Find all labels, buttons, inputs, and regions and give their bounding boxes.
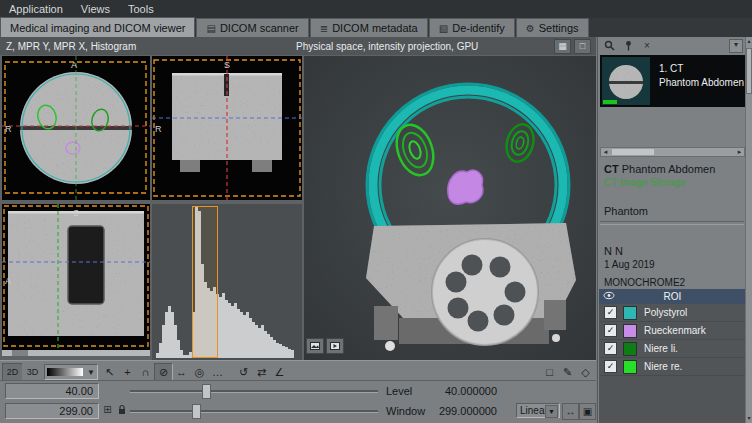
roi-label: Polystyrol — [644, 307, 687, 318]
series-description: Phantom Abdomen — [619, 163, 716, 175]
roi-color-swatch — [623, 360, 637, 374]
tab-label: DICOM metadata — [332, 22, 418, 34]
scroll-down-icon[interactable]: ▾ — [746, 414, 752, 423]
coronal-image: S R — [152, 56, 302, 200]
tab-de-identify[interactable]: ▧ De-identify — [429, 18, 515, 37]
level-slider[interactable] — [130, 384, 378, 398]
layout-description: Z, MPR Y, MPR X, Histogram — [6, 41, 136, 52]
lock-icon[interactable] — [115, 403, 128, 416]
roi-row[interactable]: Niere li. — [599, 340, 746, 358]
roi-header: ROI — [599, 289, 746, 304]
scroll-up-icon[interactable]: ▴ — [746, 37, 752, 46]
thumbnail-image — [602, 57, 650, 105]
view-axial[interactable]: A R — [2, 56, 150, 200]
add-tool[interactable]: + — [118, 363, 137, 381]
window-value-field[interactable]: 299.00 — [5, 403, 99, 419]
gear-icon: ⚙ — [526, 23, 535, 34]
scroll-left-icon[interactable]: ◂ — [601, 148, 610, 156]
roi-row[interactable]: Polystyrol — [599, 304, 746, 322]
zoom-tool[interactable]: ◎ — [190, 363, 209, 381]
tab-dicom-scanner[interactable]: ▤ DICOM scanner — [196, 18, 308, 37]
angle-tool[interactable]: ∠ — [270, 363, 289, 381]
pin-icon[interactable] — [621, 39, 635, 52]
film-icon — [330, 342, 340, 350]
level-value-field[interactable]: 40.00 — [5, 383, 99, 399]
tab-label: DICOM scanner — [220, 22, 299, 34]
dotted-line-tool[interactable]: … — [208, 363, 227, 381]
pen-tool[interactable]: ✎ — [558, 363, 577, 381]
menubar: Application Views Tools — [0, 0, 752, 18]
window-slider[interactable] — [130, 404, 378, 418]
horizontal-scrollbar[interactable]: ◂ ▸ — [600, 147, 745, 157]
tab-medical-imaging-viewer[interactable]: Medical imaging and DICOM viewer — [0, 17, 195, 37]
roi-color-swatch — [623, 342, 637, 356]
pointer-tool[interactable]: ↖ — [100, 363, 119, 381]
tab-dicom-metadata[interactable]: ≣ DICOM metadata — [310, 18, 428, 37]
view-coronal[interactable]: S R — [152, 56, 302, 200]
histogram-selection[interactable] — [192, 206, 218, 358]
crosshair-off-tool[interactable]: ⊘ — [154, 363, 173, 381]
render-description: Physical space, intensity projection, GP… — [296, 41, 478, 52]
view-histogram[interactable] — [152, 204, 302, 360]
close-icon[interactable]: × — [640, 39, 654, 52]
rect-select-tool[interactable]: □ — [540, 363, 559, 381]
viewer-area: A R S R — [0, 55, 596, 360]
function-dropdown[interactable]: Linear ▼ — [516, 403, 560, 418]
sop-class-label: CT Image Storage — [604, 177, 686, 188]
vertical-scrollbar[interactable]: ▴ ▾ — [745, 37, 752, 423]
roi-header-label: ROI — [664, 291, 682, 302]
panel-menu-button[interactable]: ▾ — [729, 39, 743, 53]
level-slider-groove — [130, 390, 378, 393]
view-3d[interactable] — [304, 56, 596, 360]
menu-tools[interactable]: Tools — [119, 1, 163, 17]
eye-icon — [603, 291, 615, 302]
lut-gradient — [47, 368, 83, 376]
roi-label: Niere re. — [644, 361, 682, 372]
scan-range-button[interactable]: ↔ — [562, 403, 579, 420]
bottom-toolbar: 2D 3D ▼ ↖ + ∩ ⊘ ↔ ◎ … ↺ ⇄ ∠ □ ✎ ◇ — [0, 360, 596, 381]
roi-row[interactable]: Niere re. — [599, 358, 746, 376]
roi-color-swatch — [623, 324, 637, 338]
series-status-mark — [603, 100, 617, 104]
menu-application[interactable]: Application — [0, 1, 72, 17]
series-caption[interactable]: 1. CT Phantom Abdomen — [659, 62, 744, 107]
slice-slider-handle[interactable] — [12, 350, 28, 356]
mode-2d-button[interactable]: 2D — [2, 363, 23, 381]
roi-row[interactable]: Rueckenmark — [599, 322, 746, 340]
roi-visibility-checkbox[interactable] — [604, 342, 617, 355]
layout-grid-button[interactable]: ▦ — [554, 39, 571, 54]
menu-views[interactable]: Views — [72, 1, 119, 17]
mode-3d-button[interactable]: 3D — [22, 363, 43, 381]
flip-tool[interactable]: ⇄ — [252, 363, 271, 381]
search-icon[interactable] — [602, 39, 616, 52]
chevron-down-icon: ▼ — [545, 405, 558, 418]
options-button[interactable]: ▣ — [579, 403, 596, 420]
series-name: Phantom Abdomen — [659, 76, 744, 90]
level-slider-handle[interactable] — [202, 384, 211, 399]
study-date: 1 Aug 2019 — [604, 259, 655, 270]
grid-icon[interactable]: ⊞ — [101, 403, 114, 416]
roi-visibility-checkbox[interactable] — [604, 360, 617, 373]
roi-visibility-checkbox[interactable] — [604, 324, 617, 337]
orientation-label-top: S — [73, 208, 79, 218]
scrollbar-thumb[interactable] — [746, 48, 752, 94]
magnet-tool[interactable]: ∩ — [136, 363, 155, 381]
roi-visibility-checkbox[interactable] — [604, 306, 617, 319]
view-sagittal[interactable]: S A — [2, 204, 150, 356]
rotate-tool[interactable]: ↺ — [234, 363, 253, 381]
movie-button[interactable] — [326, 338, 344, 354]
scroll-right-icon[interactable]: ▸ — [735, 148, 744, 156]
lut-dropdown[interactable]: ▼ — [44, 364, 98, 380]
series-thumbnail[interactable] — [602, 57, 650, 105]
slice-slider[interactable] — [2, 350, 150, 356]
series-index: 1. CT — [659, 62, 744, 76]
pan-tool[interactable]: ↔ — [172, 363, 191, 381]
screenshot-button[interactable] — [306, 338, 324, 354]
scrollbar-thumb[interactable] — [612, 149, 654, 155]
orientation-label-left: A — [5, 276, 11, 286]
window-slider-handle[interactable] — [192, 404, 201, 419]
tab-settings[interactable]: ⚙ Settings — [516, 18, 589, 37]
diamond-tool[interactable]: ◇ — [576, 363, 595, 381]
chevron-down-icon: ▼ — [87, 368, 95, 377]
fullscreen-button[interactable]: □ — [574, 39, 591, 54]
